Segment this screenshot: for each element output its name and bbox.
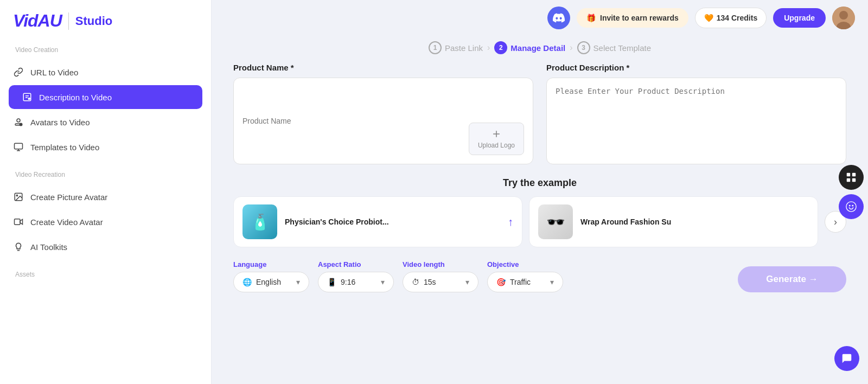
sidebar-item-url-to-video-label: URL to Video [30,68,78,77]
sidebar-item-create-video-avatar-label: Create Video Avatar [30,217,103,227]
generate-button[interactable]: Generate → [738,266,846,292]
aspect-ratio-select[interactable]: 📱 9:16 ▾ [318,272,394,292]
example-probiotic[interactable]: 🧴 Physician's Choice Probiot... ↑ [233,196,522,247]
apps-float-button[interactable] [839,165,864,190]
sidebar-item-create-picture-avatar[interactable]: Create Picture Avatar [0,185,211,209]
sidebar-item-description-to-video[interactable]: Description to Video [9,85,202,109]
logo-divider [68,12,69,30]
product-name-group: Product Name * Upload Logo [233,63,533,164]
objective-select[interactable]: 🎯 Traffic ▾ [487,272,563,292]
video-icon [13,216,24,227]
product-desc-input[interactable] [556,87,837,155]
examples-row: 🧴 Physician's Choice Probiot... ↑ 🕶️ Wra… [233,196,846,247]
face-float-button[interactable] [839,194,864,219]
invite-icon: 🎁 [586,14,596,22]
bulb-icon [13,241,24,252]
objective-chevron-icon: ▾ [550,278,554,286]
template-icon [13,142,24,152]
upload-logo-button[interactable]: Upload Logo [469,123,524,155]
section-assets: Assets [0,266,211,281]
product-name-box: Upload Logo [233,78,533,164]
user-avatar[interactable] [832,7,855,29]
sidebar-item-create-video-avatar[interactable]: Create Video Avatar [0,210,211,234]
svg-rect-17 [847,178,850,182]
credits-icon: 🧡 [704,14,713,22]
section-video-creation: Video Creation [0,42,211,57]
aspect-ratio-chevron-icon: ▾ [381,278,385,286]
product-name-label: Product Name * [233,63,533,72]
sidebar-item-avatars-to-video-label: Avatars to Video [30,118,90,127]
svg-rect-16 [852,173,856,176]
video-length-value: 15s [424,278,436,286]
svg-point-2 [17,119,20,122]
studio-label: Studio [75,14,112,28]
objective-value: Traffic [510,278,531,286]
step-2-num: 2 [494,41,507,54]
link-icon [13,67,24,78]
objective-control: Objective 🎯 Traffic ▾ [487,260,563,292]
sidebar-item-avatars-to-video[interactable]: Avatars to Video [0,110,211,134]
content-area: Product Name * Upload Logo Product Descr… [212,63,868,384]
image-icon [13,191,24,202]
svg-rect-18 [852,178,856,182]
header: 🎁 Invite to earn rewards 🧡 134 Credits U… [212,0,868,36]
credits-label: 134 Credits [717,14,757,22]
svg-point-1 [28,98,30,100]
chat-button[interactable] [834,346,859,371]
language-chevron-icon: ▾ [296,278,300,286]
sidebar-item-create-picture-avatar-label: Create Picture Avatar [30,193,107,202]
sunglasses-thumb: 🕶️ [538,204,573,239]
probiotic-name: Physician's Choice Probiot... [285,217,500,226]
step-3[interactable]: 3 Select Template [577,41,651,54]
svg-rect-9 [15,219,21,225]
language-label: Language [233,260,309,268]
discord-button[interactable] [547,7,570,29]
step-1[interactable]: 1 Paste Link [429,41,483,54]
avatar-icon [13,117,24,127]
aspect-ratio-value: 9:16 [341,278,355,286]
svg-point-19 [846,202,856,212]
invite-button[interactable]: 🎁 Invite to earn rewards [577,8,688,28]
floating-buttons [839,165,868,219]
video-length-control: Video length ⏱ 15s ▾ [403,260,478,292]
video-length-select[interactable]: ⏱ 15s ▾ [403,272,478,292]
sidebar-item-ai-toolkits[interactable]: AI Toolkits [0,235,211,259]
sunglasses-name: Wrap Around Fashion Su [580,217,809,226]
upload-logo-label: Upload Logo [478,142,515,149]
example-sunglasses[interactable]: 🕶️ Wrap Around Fashion Su [529,196,818,247]
main-content: 🎁 Invite to earn rewards 🧡 134 Credits U… [212,0,868,384]
bottom-controls: Language 🌐 English ▾ Aspect Ratio 📱 9:16… [233,258,846,292]
credits-button[interactable]: 🧡 134 Credits [695,8,767,28]
upgrade-button[interactable]: Upgrade [773,8,826,28]
language-icon: 🌐 [242,278,252,286]
language-control: Language 🌐 English ▾ [233,260,309,292]
probiotic-thumb: 🧴 [242,204,277,239]
language-value: English [256,278,281,286]
step-arrow-2: › [570,43,572,53]
svg-point-21 [852,205,853,207]
product-desc-group: Product Description * [546,63,846,164]
form-row: Product Name * Upload Logo Product Descr… [233,63,846,164]
step-1-num: 1 [429,41,442,54]
objective-icon: 🎯 [496,278,506,286]
svg-rect-6 [15,143,23,149]
video-length-label: Video length [403,260,478,268]
sidebar-item-description-to-video-label: Description to Video [39,93,112,102]
svg-point-5 [20,124,21,125]
product-desc-box [546,78,846,164]
sidebar-item-url-to-video[interactable]: URL to Video [0,60,211,84]
sidebar-item-ai-toolkits-label: AI Toolkits [30,242,67,252]
video-length-icon: ⏱ [412,278,419,286]
step-3-label: Select Template [593,43,651,53]
description-icon [22,92,33,103]
try-example-title: Try the example [233,177,846,189]
aspect-ratio-control: Aspect Ratio 📱 9:16 ▾ [318,260,394,292]
sidebar-item-templates-to-video[interactable]: Templates to Video [0,135,211,159]
probiotic-arrow-icon: ↑ [508,216,513,228]
step-2[interactable]: 2 Manage Detail [494,41,565,54]
aspect-ratio-label: Aspect Ratio [318,260,394,268]
language-select[interactable]: 🌐 English ▾ [233,272,309,292]
step-3-num: 3 [577,41,590,54]
step-2-label: Manage Detail [510,43,565,53]
sidebar-item-templates-to-video-label: Templates to Video [30,143,99,152]
